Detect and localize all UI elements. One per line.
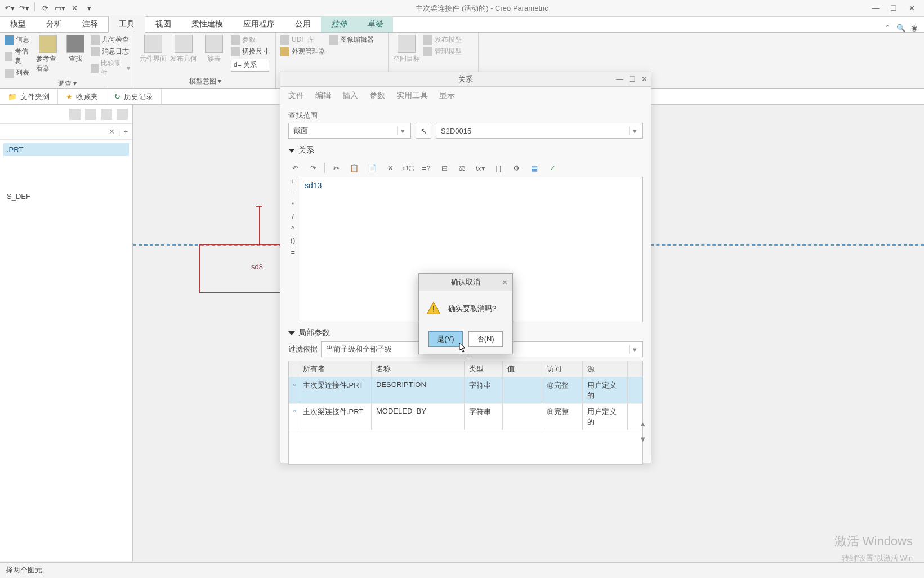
- tab-extrude[interactable]: 拉伸: [321, 16, 357, 32]
- tab-history[interactable]: ↻历史记录: [106, 89, 162, 104]
- ref-viewer-button[interactable]: 参考查看器: [36, 35, 60, 73]
- list-button[interactable]: 列表: [5, 68, 33, 78]
- scope-type-combo[interactable]: 截面▾: [288, 123, 411, 139]
- undo-icon[interactable]: ↶▾: [3, 2, 16, 15]
- tab-model[interactable]: 模型: [0, 16, 36, 32]
- close-icon[interactable]: ✕: [502, 278, 508, 287]
- brackets-icon[interactable]: [ ]: [492, 161, 505, 175]
- pick-button[interactable]: ↖: [416, 123, 431, 139]
- op-plus[interactable]: +: [291, 177, 295, 185]
- tree-tool-3[interactable]: [101, 109, 112, 120]
- menu-edit[interactable]: 编辑: [315, 91, 331, 101]
- add-icon[interactable]: +: [123, 127, 128, 136]
- redo-icon[interactable]: ↷: [306, 161, 320, 175]
- confirm-titlebar[interactable]: 确认取消 ✕: [419, 274, 512, 291]
- windows-icon[interactable]: ▭▾: [53, 2, 66, 15]
- col-source[interactable]: 源: [583, 361, 628, 377]
- search-icon[interactable]: 🔍: [896, 24, 905, 32]
- help-icon[interactable]: ◉: [911, 24, 917, 32]
- tab-analysis[interactable]: 分析: [36, 16, 72, 32]
- dimension-icon[interactable]: d1⬚: [401, 161, 415, 175]
- pub-geo-button[interactable]: 发布几何: [170, 35, 197, 64]
- relations-titlebar[interactable]: 关系 — ☐ ✕: [280, 72, 651, 87]
- pub-model-button[interactable]: 发布模型: [423, 35, 462, 45]
- redo-icon[interactable]: ↷▾: [18, 2, 30, 15]
- ref-info-button[interactable]: 考信息: [5, 47, 33, 66]
- op-pow[interactable]: ^: [291, 224, 294, 233]
- evaluate-icon[interactable]: =?: [419, 161, 433, 175]
- space-button[interactable]: 空间目标: [393, 35, 420, 64]
- tab-favorites[interactable]: ★收藏夹: [58, 89, 106, 104]
- op-mult[interactable]: *: [291, 201, 294, 209]
- find-button[interactable]: 查找: [64, 35, 88, 64]
- tree-item-sdef[interactable]: S_DEF: [3, 190, 129, 203]
- table-row[interactable]: ▫ 主次梁连接件.PRT DESCRIPTION 字符串 ㊐完整 用户定义的: [289, 377, 642, 404]
- col-type[interactable]: 类型: [465, 361, 503, 377]
- tab-pub[interactable]: 公用: [285, 16, 321, 32]
- undo-icon[interactable]: ↶: [288, 161, 302, 175]
- function-icon[interactable]: fx▾: [474, 161, 487, 175]
- op-eq[interactable]: =: [291, 248, 295, 256]
- model-tree[interactable]: .PRT S_DEF: [0, 140, 132, 206]
- col-owner[interactable]: 所有者: [298, 361, 372, 377]
- qat-dropdown-icon[interactable]: ▾: [83, 2, 95, 15]
- family-button[interactable]: 族表: [200, 35, 227, 64]
- op-paren[interactable]: (): [291, 236, 296, 244]
- move-up-icon[interactable]: ▲: [639, 420, 646, 428]
- no-button[interactable]: 否(N): [468, 331, 503, 347]
- col-name[interactable]: 名称: [372, 361, 465, 377]
- tab-apps[interactable]: 应用程序: [233, 16, 285, 32]
- menu-show[interactable]: 显示: [439, 91, 455, 101]
- scope-name-combo[interactable]: S2D0015▾: [436, 123, 643, 139]
- table-row[interactable]: ▫ 主次梁连接件.PRT MODELED_BY 字符串 ㊐完整 用户定义的: [289, 404, 642, 430]
- sort-icon[interactable]: ▤: [528, 161, 541, 175]
- info-button[interactable]: 信息: [5, 35, 33, 45]
- minimize-button[interactable]: —: [869, 2, 882, 15]
- menu-params[interactable]: 参数: [369, 91, 385, 101]
- geo-check-button[interactable]: 几何检查: [91, 35, 130, 45]
- close-icon[interactable]: ✕: [109, 127, 115, 136]
- units-icon[interactable]: ⚖: [456, 161, 469, 175]
- paste-icon[interactable]: 📄: [365, 161, 379, 175]
- tree-tool-4[interactable]: [117, 109, 128, 120]
- dlg-minimize-icon[interactable]: —: [616, 75, 623, 83]
- img-edit-button[interactable]: 图像编辑器: [329, 35, 374, 45]
- ribbon-collapse-icon[interactable]: ⌃: [885, 24, 891, 32]
- regen-icon[interactable]: ⟳: [39, 2, 51, 15]
- tree-item-prt[interactable]: .PRT: [3, 143, 129, 156]
- dimension-sd8[interactable]: sd8: [251, 263, 263, 271]
- tree-tool-1[interactable]: [69, 109, 81, 120]
- params-button[interactable]: 参数: [231, 35, 269, 45]
- cut-icon[interactable]: ✂: [329, 161, 343, 175]
- menu-file[interactable]: 文件: [288, 91, 304, 101]
- comp-if-button[interactable]: 元件界面: [140, 35, 167, 64]
- tab-folder[interactable]: 📁文件夹浏: [0, 89, 58, 104]
- col-value[interactable]: 值: [503, 361, 542, 377]
- copy-icon[interactable]: 📋: [347, 161, 361, 175]
- compare-button[interactable]: 比较零件▾: [91, 59, 130, 78]
- op-minus[interactable]: −: [291, 189, 295, 197]
- tab-sketch[interactable]: 草绘: [357, 16, 393, 32]
- msg-log-button[interactable]: 消息日志: [91, 47, 130, 56]
- op-div[interactable]: /: [292, 212, 294, 221]
- yes-button[interactable]: 是(Y): [428, 331, 462, 347]
- tab-flex[interactable]: 柔性建模: [181, 16, 233, 32]
- tab-view[interactable]: 视图: [145, 16, 181, 32]
- relations-section-header[interactable]: 关系: [288, 145, 643, 155]
- verify-icon[interactable]: ⚙: [510, 161, 523, 175]
- tab-tools[interactable]: 工具: [108, 16, 145, 33]
- dlg-close-icon[interactable]: ✕: [641, 75, 648, 83]
- move-down-icon[interactable]: ▼: [639, 435, 646, 443]
- appearance-button[interactable]: 外观管理器: [280, 47, 325, 56]
- udf-button[interactable]: UDF 库: [280, 35, 325, 45]
- manage-model-button[interactable]: 管理模型: [423, 47, 462, 56]
- check-icon[interactable]: ✓: [546, 161, 559, 175]
- delete-icon[interactable]: ✕: [383, 161, 397, 175]
- switch-dim-button[interactable]: 切换尺寸: [231, 47, 269, 56]
- dlg-maximize-icon[interactable]: ☐: [629, 75, 636, 83]
- menu-insert[interactable]: 插入: [342, 91, 358, 101]
- close-button[interactable]: ✕: [905, 2, 918, 15]
- d-relations-button[interactable]: d= 关系: [231, 59, 269, 72]
- maximize-button[interactable]: ☐: [887, 2, 900, 15]
- close-window-icon[interactable]: ✕: [68, 2, 81, 15]
